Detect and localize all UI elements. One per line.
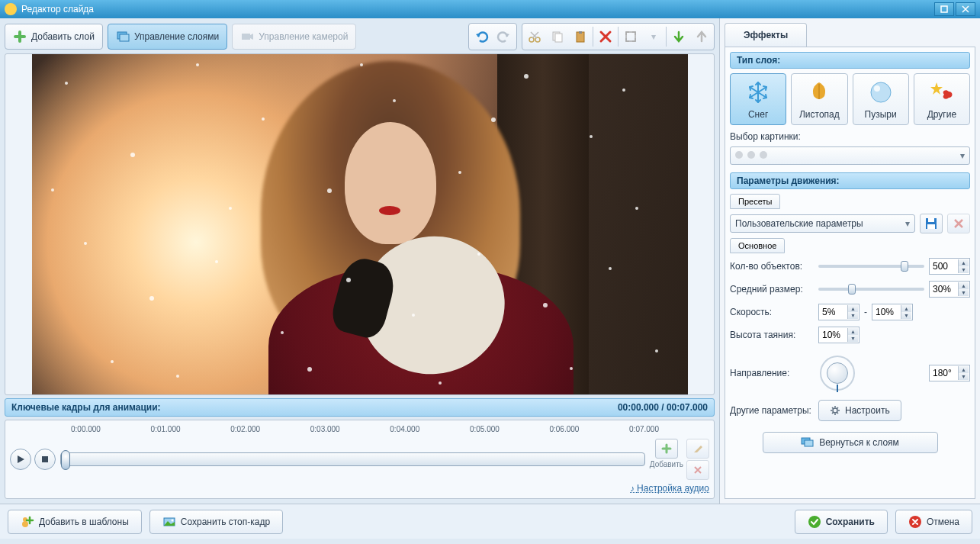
edit-keyframe-button — [686, 439, 709, 459]
add-to-templates-button[interactable]: Добавить в шаблоны — [8, 510, 142, 534]
play-button[interactable] — [10, 449, 31, 470]
count-value[interactable]: 500▲▼ — [929, 258, 970, 275]
size-slider[interactable] — [818, 288, 924, 291]
speed-label: Скорость: — [730, 307, 814, 317]
layer-type-snow-label: Снег — [748, 109, 768, 120]
cancel-icon — [908, 515, 922, 529]
redo-button — [493, 25, 515, 48]
undo-button[interactable] — [471, 25, 492, 48]
return-to-layers-button[interactable]: Вернуться к слоям — [763, 432, 938, 453]
save-preset-button[interactable] — [920, 214, 943, 233]
template-icon — [21, 515, 34, 529]
direction-label: Направление: — [730, 368, 814, 378]
speed-min-value[interactable]: 5%▲▼ — [818, 304, 860, 320]
layer-type-bubble-label: Пузыри — [865, 109, 897, 120]
size-value[interactable]: 30%▲▼ — [929, 281, 970, 298]
layer-type-snow[interactable]: Снег — [730, 73, 786, 125]
melt-value[interactable]: 10%▲▼ — [818, 327, 860, 343]
direction-dial[interactable] — [818, 354, 856, 392]
presets-tab[interactable]: Пресеты — [730, 194, 780, 209]
image-select-dropdown[interactable]: ▾ — [730, 146, 970, 165]
manage-layers-label: Управление слоями — [134, 31, 219, 42]
delete-button[interactable] — [595, 25, 616, 48]
timeline-title: Ключевые кадры для анимации: — [11, 402, 161, 413]
svg-rect-15 — [928, 218, 934, 222]
manage-layers-button[interactable]: Управление слоями — [108, 24, 227, 50]
bubble-icon — [867, 79, 895, 106]
svg-point-20 — [22, 521, 28, 527]
timeline-header: Ключевые кадры для анимации: 00:00.000 /… — [5, 398, 715, 417]
cut-button — [524, 25, 545, 48]
image-select-label: Выбор картинки: — [730, 131, 801, 142]
save-frame-button[interactable]: Сохранить стоп-кадр — [149, 510, 283, 534]
shapes-icon — [928, 79, 956, 106]
layer-type-other[interactable]: Другие — [914, 73, 970, 125]
bottom-bar: Добавить в шаблоны Сохранить стоп-кадр С… — [0, 504, 980, 539]
add-layer-label: Добавить слой — [31, 31, 95, 42]
svg-point-17 — [833, 408, 837, 413]
layer-type-bubble[interactable]: Пузыри — [853, 73, 909, 125]
frame-icon — [162, 515, 176, 529]
title-bar: Редактор слайда — [0, 0, 980, 18]
add-layer-button[interactable]: Добавить слой — [5, 24, 103, 50]
svg-rect-0 — [941, 6, 947, 12]
svg-rect-2 — [120, 34, 129, 41]
svg-rect-9 — [579, 31, 582, 34]
layer-type-leaf[interactable]: Листопад — [791, 73, 847, 125]
cancel-button[interactable]: Отмена — [895, 510, 972, 534]
move-down-button[interactable] — [668, 25, 689, 48]
tab-effects[interactable]: Эффекты — [725, 23, 807, 47]
save-button[interactable]: Сохранить — [795, 510, 888, 534]
layer-type-leaf-label: Листопад — [799, 109, 840, 120]
delete-preset-button — [947, 214, 970, 233]
svg-rect-10 — [626, 32, 635, 41]
count-slider[interactable] — [818, 265, 924, 268]
section-motion-params: Параметры движения: — [730, 172, 970, 189]
gear-icon — [830, 405, 840, 416]
fit-dropdown: ▾ — [643, 25, 664, 48]
svg-point-12 — [871, 82, 891, 102]
preset-dropdown[interactable]: Пользовательские параметры▾ — [730, 214, 915, 233]
add-keyframe-label: Добавить — [650, 460, 683, 468]
copy-button — [547, 25, 568, 48]
app-icon — [5, 3, 17, 15]
stop-button[interactable] — [34, 449, 56, 470]
maximize-button[interactable] — [934, 2, 954, 16]
audio-settings-link[interactable]: ♪ Настройка аудио — [10, 483, 709, 494]
svg-point-24 — [808, 516, 821, 528]
playhead[interactable] — [61, 450, 70, 470]
section-layer-type: Тип слоя: — [730, 52, 970, 69]
svg-rect-11 — [42, 456, 48, 462]
snowflake-icon — [744, 79, 772, 106]
close-button[interactable] — [956, 2, 975, 16]
other-params-label: Другие параметры: — [730, 405, 814, 416]
camera-control-button: Управление камерой — [232, 24, 356, 50]
layers-icon — [801, 437, 815, 448]
configure-button[interactable]: Настроить — [818, 400, 901, 421]
move-up-button — [691, 25, 712, 48]
camera-icon — [240, 30, 254, 43]
svg-point-13 — [874, 85, 880, 92]
main-params-tab[interactable]: Основное — [730, 238, 785, 253]
melt-label: Высота таяния: — [730, 330, 814, 340]
window-title: Редактор слайда — [21, 4, 94, 14]
timeline-ruler: 0:00.000 0:01.000 0:02.000 0:03.000 0:04… — [71, 425, 641, 436]
timeline: 0:00.000 0:01.000 0:02.000 0:03.000 0:04… — [5, 420, 715, 499]
timeline-time: 00:00.000 / 00:07.000 — [618, 402, 708, 413]
fit-button — [620, 25, 641, 48]
delete-keyframe-button — [686, 460, 709, 480]
add-keyframe-button[interactable] — [655, 439, 678, 459]
main-toolbar: Добавить слой Управление слоями Управлен… — [5, 23, 715, 50]
svg-rect-7 — [555, 34, 562, 42]
speed-max-value[interactable]: 10%▲▼ — [872, 304, 913, 320]
slide-preview[interactable] — [5, 53, 715, 395]
svg-rect-19 — [805, 440, 813, 446]
plus-icon — [13, 30, 27, 43]
check-icon — [808, 515, 821, 529]
paste-button[interactable] — [570, 25, 591, 48]
svg-point-23 — [171, 519, 173, 521]
svg-rect-16 — [927, 224, 935, 229]
camera-control-label: Управление камерой — [259, 31, 348, 42]
direction-value[interactable]: 180°▲▼ — [929, 365, 970, 381]
timeline-track[interactable] — [60, 452, 645, 466]
